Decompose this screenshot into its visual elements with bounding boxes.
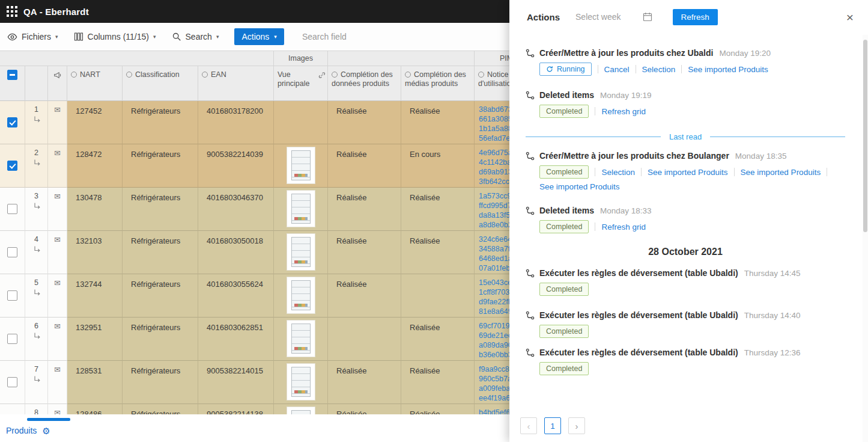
table-row[interactable]: 6 ✉ 132951 Réfrigérateurs 4016803062851 … (0, 318, 541, 361)
column-header-nart[interactable]: NART (67, 66, 123, 101)
search-field-input[interactable] (301, 31, 405, 42)
selection-link[interactable]: Selection (642, 65, 676, 74)
column-header-vue-principale[interactable]: Vue principale (274, 66, 328, 101)
table-row[interactable]: 2 ✉ 128472 Réfrigérateurs 9005382214039 … (0, 144, 541, 188)
column-menu-icon[interactable] (71, 72, 77, 78)
cell-ean[interactable]: 4016803178200 (198, 101, 274, 144)
cell-ean[interactable]: 4016803050018 (198, 231, 274, 274)
table-row[interactable]: 7 ✉ 128531 Réfrigérateurs 9005382214015 … (0, 361, 541, 404)
calendar-icon[interactable] (643, 12, 652, 22)
refresh-button[interactable]: Refresh (673, 9, 718, 25)
row-checkbox[interactable] (7, 334, 17, 344)
cell-completion-medias[interactable]: Réalisée (401, 231, 475, 274)
cell-completion-donnees[interactable]: Réalisée (328, 144, 401, 188)
table-row[interactable]: 5 ✉ 132744 Réfrigérateurs 4016803055624 … (0, 274, 541, 318)
cell-classification[interactable]: Réfrigérateurs (123, 318, 198, 361)
cell-completion-donnees[interactable]: Réalisée (328, 361, 401, 404)
table-row[interactable]: 3 ✉ 130478 Réfrigérateurs 4016803046370 … (0, 188, 541, 231)
horizontal-scrollbar[interactable] (27, 418, 70, 421)
mail-icon[interactable]: ✉ (54, 149, 61, 157)
column-menu-icon[interactable] (478, 72, 484, 78)
cell-nart[interactable]: 127452 (67, 101, 123, 144)
cell-vue-principale[interactable] (274, 274, 328, 318)
mail-cell[interactable]: ✉ (48, 188, 67, 231)
cell-completion-medias[interactable]: En cours (401, 144, 475, 188)
mail-cell[interactable]: ✉ (48, 361, 67, 404)
scrollbar-thumb[interactable] (863, 40, 867, 232)
cell-completion-medias[interactable]: Réalisée (401, 188, 475, 231)
cell-classification[interactable]: Réfrigérateurs (123, 361, 198, 404)
table-row[interactable]: 4 ✉ 132103 Réfrigérateurs 4016803050018 … (0, 231, 541, 274)
column-header-completion-donnees[interactable]: Complétion des données produits (328, 66, 401, 101)
cell-completion-donnees[interactable] (328, 318, 401, 361)
row-checkbox-cell[interactable] (0, 144, 25, 188)
child-rows-icon[interactable] (33, 332, 40, 339)
search-menu[interactable]: Search ▾ (172, 32, 219, 41)
row-checkbox-cell[interactable] (0, 318, 25, 361)
column-header-completion-medias[interactable]: Complétion des médias produits (401, 66, 475, 101)
cancel-link[interactable]: Cancel (604, 65, 630, 74)
column-menu-icon[interactable] (332, 72, 338, 78)
fichiers-menu[interactable]: Fichiers ▾ (7, 32, 58, 42)
cell-nart[interactable]: 130478 (67, 188, 123, 231)
mail-icon[interactable]: ✉ (54, 279, 61, 287)
cell-classification[interactable]: Réfrigérateurs (123, 274, 198, 318)
close-icon[interactable]: × (843, 10, 857, 25)
cell-completion-medias[interactable] (401, 274, 475, 318)
select-all-checkbox[interactable] (7, 70, 17, 80)
cell-vue-principale[interactable] (274, 361, 328, 404)
mail-icon[interactable]: ✉ (54, 236, 61, 244)
gear-icon[interactable]: ⚙ (42, 426, 50, 435)
cell-nart[interactable]: 132744 (67, 274, 123, 318)
prev-page-button[interactable]: ‹ (520, 417, 537, 434)
selection-link[interactable]: Selection (601, 168, 635, 177)
cell-classification[interactable]: Réfrigérateurs (123, 188, 198, 231)
row-checkbox[interactable] (7, 290, 17, 301)
child-rows-icon[interactable] (33, 245, 40, 253)
row-checkbox[interactable] (7, 204, 17, 214)
child-rows-icon[interactable] (33, 202, 40, 209)
row-checkbox-cell[interactable] (0, 188, 25, 231)
row-checkbox-cell[interactable] (0, 361, 25, 404)
column-menu-icon[interactable] (126, 72, 132, 78)
cell-nart[interactable]: 132951 (67, 318, 123, 361)
cell-ean[interactable]: 4016803062851 (198, 318, 274, 361)
row-checkbox-cell[interactable] (0, 231, 25, 274)
apps-grid-icon[interactable] (7, 6, 17, 17)
cell-completion-medias[interactable]: Réalisée (401, 361, 475, 404)
child-rows-icon[interactable] (33, 375, 40, 382)
cell-classification[interactable]: Réfrigérateurs (123, 144, 198, 188)
column-header-classification[interactable]: Classification (123, 66, 198, 101)
cell-vue-principale[interactable] (274, 101, 328, 144)
table-row[interactable]: 1 ✉ 127452 Réfrigérateurs 4016803178200 … (0, 101, 541, 144)
cell-classification[interactable]: Réfrigérateurs (123, 101, 198, 144)
page-1-button[interactable]: 1 (544, 417, 561, 434)
mail-cell[interactable]: ✉ (48, 101, 67, 144)
column-menu-icon[interactable] (202, 72, 208, 78)
cell-ean[interactable]: 9005382214039 (198, 144, 274, 188)
mail-cell[interactable]: ✉ (48, 144, 67, 188)
cell-ean[interactable]: 9005382214015 (198, 361, 274, 404)
child-rows-icon[interactable] (33, 289, 40, 296)
child-rows-icon[interactable] (33, 115, 40, 123)
mail-cell[interactable]: ✉ (48, 318, 67, 361)
cell-completion-donnees[interactable]: Réalisée (328, 188, 401, 231)
select-all-cell[interactable] (0, 66, 25, 101)
cell-nart[interactable]: 132103 (67, 231, 123, 274)
cell-completion-medias[interactable]: Réalisée (401, 101, 475, 144)
cell-completion-donnees[interactable]: Réalisée (328, 274, 401, 318)
refresh-grid-link[interactable]: Refresh grid (601, 107, 646, 116)
cell-ean[interactable]: 4016803046370 (198, 188, 274, 231)
row-checkbox-cell[interactable] (0, 274, 25, 318)
cell-vue-principale[interactable] (274, 144, 328, 188)
cell-vue-principale[interactable] (274, 188, 328, 231)
mail-cell[interactable]: ✉ (48, 274, 67, 318)
see-imported-produits-link[interactable]: See imported Produits (741, 168, 821, 177)
cell-nart[interactable]: 128531 (67, 361, 123, 404)
mail-icon[interactable]: ✉ (54, 192, 61, 200)
next-page-button[interactable]: › (568, 417, 585, 434)
cell-ean[interactable]: 4016803055624 (198, 274, 274, 318)
mail-icon[interactable]: ✉ (54, 322, 61, 330)
actions-menu-button[interactable]: Actions ▾ (234, 28, 284, 45)
child-rows-icon[interactable] (33, 159, 40, 166)
